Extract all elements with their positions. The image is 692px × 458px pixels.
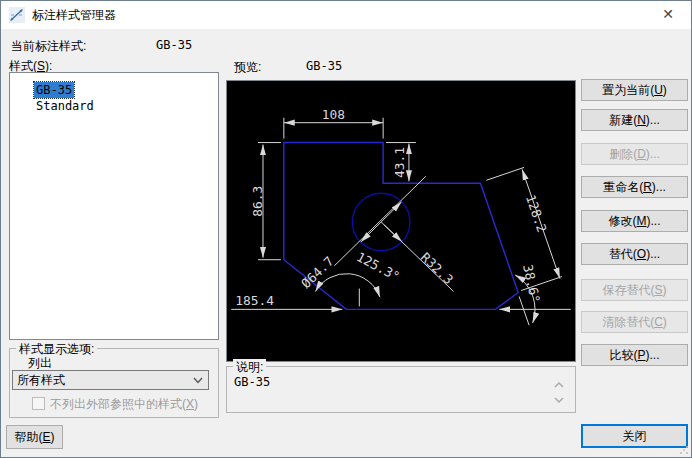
- styles-listbox[interactable]: GB-35 Standard: [9, 72, 219, 340]
- chevron-down-icon: [193, 377, 203, 384]
- scroll-down-icon[interactable]: [553, 396, 565, 404]
- current-style-value: GB-35: [156, 38, 192, 52]
- style-display-options-group: 样式显示选项: 列出 所有样式 不列出外部参照中的样式(X): [9, 348, 219, 418]
- list-filter-value: 所有样式: [17, 373, 65, 387]
- dim-left-angle: 125.3°: [354, 249, 402, 284]
- new-button[interactable]: 新建(N)...: [581, 109, 688, 131]
- list-filter-dropdown[interactable]: 所有样式: [12, 370, 209, 390]
- dim-bottom-width: 185.4: [235, 293, 274, 308]
- dim-left-height: 86.3: [250, 186, 265, 217]
- rename-button[interactable]: 重命名(R)...: [581, 176, 688, 198]
- dimension-style-manager-dialog: 标注样式管理器 ✕ 当前标注样式: GB-35 样式(S): GB-35 Sta…: [0, 0, 692, 458]
- scroll-up-icon[interactable]: [553, 381, 565, 389]
- preview-label: 预览:: [234, 59, 261, 76]
- dim-top-width: 108: [322, 107, 345, 122]
- hide-xref-styles-checkbox: 不列出外部参照中的样式(X): [32, 396, 198, 413]
- description-label: 说明:: [233, 359, 266, 376]
- override-button[interactable]: 替代(O)...: [581, 243, 688, 265]
- delete-button: 删除(D)...: [581, 143, 688, 165]
- save-override-button: 保存替代(S): [581, 279, 688, 301]
- dim-radius: R32.3: [418, 250, 456, 288]
- close-icon[interactable]: ✕: [645, 1, 691, 29]
- dim-right-angle: 38.6°: [520, 263, 543, 304]
- set-current-button[interactable]: 置为当前(U): [581, 79, 688, 101]
- dim-slant-length: 128.2: [523, 193, 550, 235]
- preview-canvas: 108 86.3 43.1 128.2 38.6° R32.3 Ø64.7 12…: [226, 80, 576, 362]
- list-item[interactable]: GB-35: [10, 82, 218, 98]
- modify-button[interactable]: 修改(M)...: [581, 210, 688, 232]
- window-title: 标注样式管理器: [32, 1, 116, 29]
- close-button[interactable]: 关闭: [581, 424, 688, 448]
- preview-style-name: GB-35: [306, 59, 342, 73]
- description-text: GB-35: [234, 375, 270, 389]
- list-item[interactable]: Standard: [10, 98, 218, 114]
- resize-grip[interactable]: [679, 445, 689, 455]
- compare-button[interactable]: 比较(P)...: [581, 344, 688, 366]
- clear-override-button: 清除替代(C): [581, 311, 688, 333]
- title-bar[interactable]: 标注样式管理器 ✕: [1, 1, 691, 29]
- current-style-label: 当前标注样式:: [11, 38, 86, 55]
- help-button[interactable]: 帮助(E): [6, 425, 63, 449]
- checkbox-icon: [32, 397, 45, 410]
- description-group: 说明: GB-35: [226, 366, 576, 413]
- dimension-style-icon: [9, 7, 25, 23]
- dim-step-height: 43.1: [392, 147, 407, 178]
